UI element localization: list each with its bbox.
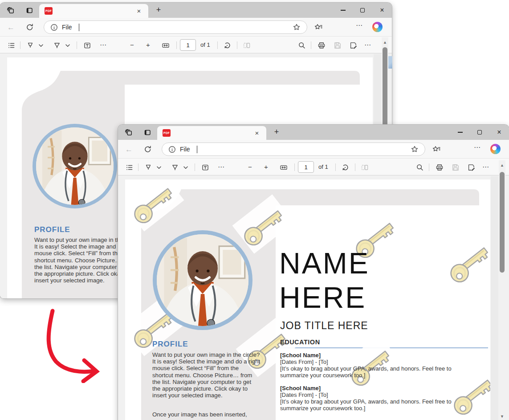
new-tab-button[interactable]: + bbox=[271, 126, 282, 137]
collections-icon[interactable] bbox=[314, 23, 322, 31]
page-view-icon[interactable] bbox=[242, 41, 251, 50]
add-text-icon[interactable] bbox=[83, 41, 92, 50]
address-text[interactable]: File bbox=[180, 146, 190, 153]
profile-body-continued: Once your image has been inserted, bbox=[152, 411, 261, 418]
highlighter-icon[interactable] bbox=[144, 163, 153, 172]
workspaces-icon[interactable] bbox=[7, 6, 15, 14]
education-section: [School Name] [Dates From] - [To] [It’s … bbox=[280, 352, 469, 418]
bookmark-star-icon[interactable] bbox=[293, 23, 301, 31]
print-icon[interactable] bbox=[317, 41, 326, 50]
browser-window-front: PDF × + × ← File ⋯ ⋯ − + bbox=[118, 125, 509, 420]
pen-icon[interactable] bbox=[171, 163, 179, 172]
pen-icon[interactable] bbox=[53, 41, 61, 50]
minimize-button[interactable] bbox=[450, 125, 470, 140]
copilot-icon[interactable] bbox=[490, 144, 501, 154]
minimize-icon bbox=[341, 10, 346, 11]
info-icon[interactable] bbox=[50, 24, 58, 31]
text-caret bbox=[197, 146, 197, 153]
divider bbox=[176, 41, 177, 49]
more-tools-icon[interactable]: ⋯ bbox=[100, 41, 109, 50]
close-window-button[interactable]: × bbox=[372, 3, 392, 18]
toc-icon[interactable] bbox=[7, 41, 16, 50]
tab-preview-icon[interactable] bbox=[25, 6, 33, 14]
chevron-down-icon[interactable] bbox=[63, 41, 69, 50]
highlighter-icon[interactable] bbox=[26, 41, 35, 50]
scroll-up-icon[interactable]: ▲ bbox=[499, 163, 505, 167]
save-icon[interactable] bbox=[333, 41, 342, 50]
page-number-input[interactable] bbox=[180, 39, 196, 51]
pdf-tab[interactable]: PDF × bbox=[39, 4, 148, 18]
workspaces-icon[interactable] bbox=[125, 128, 133, 136]
save-icon[interactable] bbox=[451, 163, 460, 172]
zoom-out-icon[interactable]: − bbox=[130, 41, 139, 50]
rotate-icon[interactable] bbox=[223, 41, 232, 50]
close-window-button[interactable]: × bbox=[489, 125, 509, 140]
bookmark-star-icon[interactable] bbox=[411, 145, 419, 153]
education-heading: EDUCATION bbox=[280, 338, 320, 346]
more-tools-icon[interactable]: ⋯ bbox=[218, 163, 227, 172]
scroll-down-icon[interactable]: ▼ bbox=[499, 414, 505, 419]
address-bar[interactable]: File bbox=[44, 20, 307, 34]
rotate-icon[interactable] bbox=[341, 163, 350, 172]
background-window-fragment bbox=[388, 56, 392, 69]
close-tab-icon[interactable]: × bbox=[134, 6, 144, 16]
page-view-icon[interactable] bbox=[360, 163, 369, 172]
address-bar[interactable]: File bbox=[162, 143, 425, 156]
more-icon[interactable]: ⋯ bbox=[356, 21, 364, 29]
page-count-label: of 1 bbox=[318, 163, 328, 170]
page-number-input[interactable] bbox=[298, 161, 314, 173]
refresh-icon[interactable] bbox=[144, 145, 152, 153]
page-margin bbox=[491, 176, 498, 420]
new-tab-button[interactable]: + bbox=[153, 4, 164, 15]
fit-width-icon[interactable] bbox=[279, 163, 288, 172]
fit-width-icon[interactable] bbox=[161, 41, 170, 50]
divider bbox=[429, 163, 429, 171]
text-caret bbox=[79, 24, 79, 31]
divider bbox=[138, 163, 138, 171]
chevron-down-icon[interactable] bbox=[37, 41, 43, 50]
scrollbar-thumb[interactable] bbox=[500, 172, 505, 273]
zoom-out-icon[interactable]: − bbox=[248, 163, 257, 172]
toc-icon[interactable] bbox=[125, 163, 134, 172]
maximize-button[interactable] bbox=[470, 125, 489, 140]
save-as-icon[interactable] bbox=[349, 41, 358, 50]
refresh-icon[interactable] bbox=[26, 23, 34, 31]
search-icon[interactable] bbox=[415, 163, 424, 172]
more-icon[interactable]: ⋯ bbox=[474, 143, 482, 151]
job-title: JOB TITLE HERE bbox=[280, 320, 368, 332]
back-arrow-icon[interactable]: ← bbox=[125, 145, 133, 153]
desktop: { "browser": { "pdf_badge_label": "PDF",… bbox=[0, 0, 509, 420]
back-arrow-icon[interactable]: ← bbox=[7, 23, 15, 31]
minimize-button[interactable] bbox=[333, 3, 353, 18]
pdf-toolbar: ⋯ − + of 1 ⋯ bbox=[0, 37, 392, 53]
dates: [Dates From] - [To] bbox=[280, 359, 469, 365]
education-entry: [School Name] [Dates From] - [To] [It’s … bbox=[280, 352, 469, 379]
close-tab-icon[interactable]: × bbox=[252, 128, 262, 138]
maximize-button[interactable] bbox=[353, 3, 372, 18]
info-icon[interactable] bbox=[168, 146, 176, 153]
chevron-down-icon[interactable] bbox=[181, 163, 187, 172]
profile-body: Want to put your own image in the circle… bbox=[152, 351, 261, 399]
more-options-icon[interactable]: ⋯ bbox=[364, 41, 373, 50]
add-text-icon[interactable] bbox=[201, 163, 210, 172]
print-icon[interactable] bbox=[435, 163, 444, 172]
address-text[interactable]: File bbox=[62, 24, 72, 31]
save-as-icon[interactable] bbox=[467, 163, 476, 172]
collections-icon[interactable] bbox=[432, 145, 440, 153]
zoom-in-icon[interactable]: + bbox=[264, 163, 273, 172]
tab-preview-icon[interactable] bbox=[143, 128, 151, 136]
zoom-in-icon[interactable]: + bbox=[146, 41, 155, 50]
pdf-content-area: PROFILE Want to put your own image in th… bbox=[118, 176, 509, 420]
search-icon[interactable] bbox=[297, 41, 306, 50]
divider bbox=[77, 41, 77, 49]
name-line1: NAME bbox=[279, 246, 370, 281]
scrollbar[interactable]: ▲ ▼ bbox=[499, 160, 505, 420]
pdf-tab[interactable]: PDF × bbox=[157, 126, 266, 140]
pdf-toolbar: ⋯ − + of 1 ⋯ bbox=[118, 159, 509, 175]
scroll-up-icon[interactable]: ▲ bbox=[382, 40, 388, 45]
window-controls: × bbox=[333, 3, 392, 18]
copilot-icon[interactable] bbox=[372, 22, 383, 32]
more-options-icon[interactable]: ⋯ bbox=[482, 163, 491, 172]
chevron-down-icon[interactable] bbox=[155, 163, 161, 172]
name-line2: HERE bbox=[279, 281, 370, 315]
